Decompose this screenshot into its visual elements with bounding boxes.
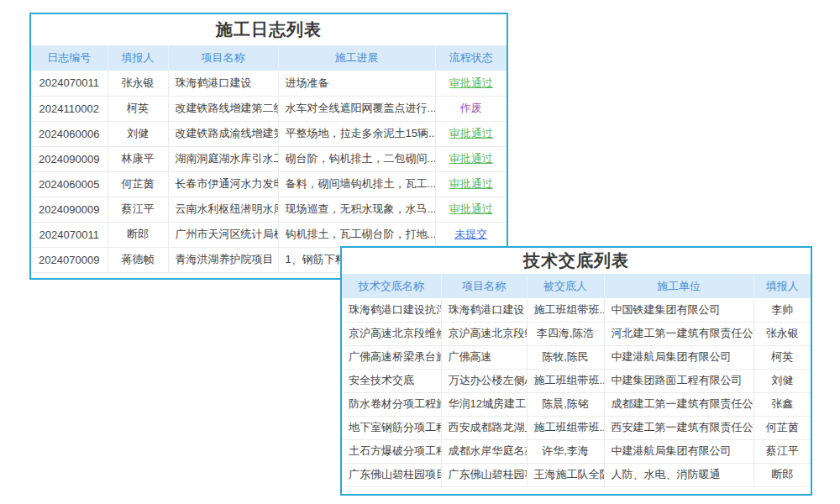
table-row: 2024070011 张永银 珠海鹤港口建设 进场准备 审批通过 [31, 71, 507, 96]
disclosure-unit-text: 河北建工第一建筑有限责任公司 [604, 322, 753, 345]
disclosure-reporter-link[interactable]: 何芷茵 [753, 416, 811, 439]
disclosure-reporter-link[interactable]: 蔡江平 [753, 439, 811, 463]
table-row: 广东佛山碧桂园项目... 广东佛山碧桂园项目 王海施工队全队 人防、水电、消防暖… [342, 463, 811, 486]
log-reporter-link[interactable]: 何芷茵 [108, 171, 168, 197]
disclosure-reporter-link[interactable]: 柯英 [753, 345, 811, 369]
log-id-link[interactable]: 2024090009 [31, 146, 108, 171]
table-row: 2024090009 林康平 湖南洞庭湖水库引水工程... 砌台阶，钩机排土，二… [31, 146, 507, 171]
disclosure-reporter-link[interactable]: 断郎 [753, 463, 811, 486]
table-row: 安全技术交底 万达办公楼左侧A... 施工班组带班... 中建集团路面工程有限公… [342, 369, 811, 392]
log-col-reporter: 填报人 [108, 45, 168, 71]
log-project-link[interactable]: 改建铁路线增建第二线直... [168, 96, 278, 121]
status-badge[interactable]: 未提交 [454, 228, 487, 240]
log-id-link[interactable]: 2024070011 [31, 71, 108, 96]
disclosure-unit-text: 中建港航局集团有限公司 [604, 345, 753, 369]
status-badge[interactable]: 审批通过 [449, 76, 493, 89]
disclosure-col-receiver: 被交底人 [527, 274, 604, 298]
disclosure-project-link[interactable]: 西安成都路龙湖上... [441, 416, 527, 439]
disclosure-name-link[interactable]: 防水卷材分项工程施... [342, 392, 441, 416]
disclosure-name-link[interactable]: 土石方爆破分项工程... [342, 439, 441, 463]
table-row: 广佛高速桥梁承台施... 广佛高速 陈牧,陈民 中建港航局集团有限公司 柯英 [342, 345, 811, 369]
table-row: 珠海鹤港口建设抗浮... 珠海鹤港口建设 施工班组带班... 中国铁建集团有限公… [342, 298, 811, 322]
disclosure-unit-text: 中国铁建集团有限公司 [604, 298, 753, 322]
log-progress-text: 平整场地，拉走多余泥土15辆... [278, 121, 435, 146]
table-row: 京沪高速北京段维修... 京沪高速北京段维修 李四海,陈浩 河北建工第一建筑有限… [342, 322, 811, 345]
disclosure-project-link[interactable]: 成都水岸华庭名苑... [441, 439, 527, 463]
disclosure-unit-text: 西安建工第一建筑有限责任公司 [604, 416, 753, 439]
disclosure-project-link[interactable]: 京沪高速北京段维修 [441, 322, 527, 345]
status-badge[interactable]: 审批通过 [449, 177, 493, 190]
construction-log-title: 施工日志列表 [31, 14, 507, 45]
disclosure-project-link[interactable]: 广佛高速 [441, 345, 527, 369]
table-row: 防水卷材分项工程施... 华润12城房建工... 陈晨,陈铭 成都建工第一建筑有… [342, 392, 811, 416]
log-progress-text: 钩机排土，瓦工砌台阶，打地... [278, 222, 435, 247]
log-col-project: 项目名称 [168, 45, 278, 71]
table-row: 2024060005 何芷茵 长春市伊通河水力发电厂... 备料，砌间墙钩机排土… [31, 171, 507, 197]
log-project-link[interactable]: 改建铁路成渝线增建第二... [168, 121, 278, 146]
disclosure-reporter-link[interactable]: 李帅 [753, 298, 811, 322]
log-progress-text: 备料，砌间墙钩机排土，瓦工... [278, 171, 435, 197]
table-row: 2024110002 柯英 改建铁路线增建第二线直... 水车对全线遮阳网覆盖点… [31, 96, 507, 121]
log-col-progress: 施工进展 [278, 45, 435, 71]
log-project-link[interactable]: 广州市天河区统计局机房... [168, 222, 278, 247]
log-progress-text: 进场准备 [278, 71, 435, 96]
tech-disclosure-table: 技术交底名称 项目名称 被交底人 施工单位 填报人 珠海鹤港口建设抗浮... 珠… [342, 274, 811, 487]
tech-disclosure-panel: 技术交底列表 技术交底名称 项目名称 被交底人 施工单位 填报人 珠海鹤港口建设… [340, 246, 812, 496]
log-project-link[interactable]: 长春市伊通河水力发电厂... [168, 171, 278, 197]
log-project-link[interactable]: 云南水利枢纽潜明水库一... [168, 197, 278, 222]
disclosure-receiver-text: 施工班组带班... [527, 416, 604, 439]
disclosure-reporter-link[interactable]: 张鑫 [753, 392, 811, 416]
log-reporter-link[interactable]: 断郎 [108, 222, 168, 247]
page: 施工日志列表 日志编号 填报人 项目名称 施工进展 流程状态 202407001… [0, 0, 840, 504]
table-row: 2024090009 蔡江平 云南水利枢纽潜明水库一... 现场巡查，无积水现象… [31, 197, 507, 222]
table-row: 地下室钢筋分项工程... 西安成都路龙湖上... 施工班组带班... 西安建工第… [342, 416, 811, 439]
log-reporter-link[interactable]: 蔡江平 [108, 197, 168, 222]
log-progress-text: 砌台阶，钩机排土，二包砌间... [278, 146, 435, 171]
log-reporter-link[interactable]: 蒋德帧 [108, 247, 168, 272]
disclosure-name-link[interactable]: 珠海鹤港口建设抗浮... [342, 298, 441, 322]
disclosure-name-link[interactable]: 广东佛山碧桂园项目... [342, 463, 441, 486]
log-project-link[interactable]: 湖南洞庭湖水库引水工程... [168, 146, 278, 171]
table-row: 2024070011 断郎 广州市天河区统计局机房... 钩机排土，瓦工砌台阶，… [31, 222, 507, 247]
log-id-link[interactable]: 2024090009 [31, 197, 108, 222]
log-progress-text: 现场巡查，无积水现象，水马... [278, 197, 435, 222]
disclosure-name-link[interactable]: 京沪高速北京段维修... [342, 322, 441, 345]
disclosure-name-link[interactable]: 广佛高速桥梁承台施... [342, 345, 441, 369]
log-id-link[interactable]: 2024070009 [31, 247, 108, 272]
disclosure-project-link[interactable]: 万达办公楼左侧A... [441, 369, 527, 392]
construction-log-panel: 施工日志列表 日志编号 填报人 项目名称 施工进展 流程状态 202407001… [29, 13, 508, 280]
log-project-link[interactable]: 珠海鹤港口建设 [168, 71, 278, 96]
log-reporter-link[interactable]: 林康平 [108, 146, 168, 171]
status-badge[interactable]: 作废 [460, 102, 482, 114]
status-badge[interactable]: 审批通过 [449, 127, 493, 139]
log-id-link[interactable]: 2024070011 [31, 222, 108, 247]
disclosure-unit-text: 中建港航局集团有限公司 [604, 439, 753, 463]
disclosure-unit-text: 中建集团路面工程有限公司 [604, 369, 753, 392]
status-badge[interactable]: 审批通过 [449, 202, 493, 215]
log-id-link[interactable]: 2024060006 [31, 121, 108, 146]
log-id-link[interactable]: 2024060005 [31, 171, 108, 197]
status-badge[interactable]: 审批通过 [449, 152, 493, 165]
disclosure-project-link[interactable]: 广东佛山碧桂园项目 [441, 463, 527, 486]
log-reporter-link[interactable]: 张永银 [108, 71, 168, 96]
log-reporter-link[interactable]: 柯英 [108, 96, 168, 121]
disclosure-header-row: 技术交底名称 项目名称 被交底人 施工单位 填报人 [342, 274, 811, 298]
disclosure-name-link[interactable]: 地下室钢筋分项工程... [342, 416, 441, 439]
log-project-link[interactable]: 青海洪湖养护院项目 [168, 247, 278, 272]
tech-disclosure-title: 技术交底列表 [342, 248, 811, 274]
disclosure-reporter-link[interactable]: 刘健 [753, 369, 811, 392]
log-header-row: 日志编号 填报人 项目名称 施工进展 流程状态 [31, 45, 507, 71]
disclosure-reporter-link[interactable]: 张永银 [753, 322, 811, 345]
log-col-status: 流程状态 [435, 45, 507, 71]
disclosure-receiver-text: 李四海,陈浩 [527, 322, 604, 345]
table-row: 2024060006 刘健 改建铁路成渝线增建第二... 平整场地，拉走多余泥土… [31, 121, 507, 146]
disclosure-receiver-text: 许华,李海 [527, 439, 604, 463]
disclosure-unit-text: 人防、水电、消防暖通 [604, 463, 753, 486]
disclosure-col-unit: 施工单位 [604, 274, 753, 298]
disclosure-col-reporter: 填报人 [753, 274, 811, 298]
disclosure-project-link[interactable]: 珠海鹤港口建设 [441, 298, 527, 322]
log-reporter-link[interactable]: 刘健 [108, 121, 168, 146]
disclosure-project-link[interactable]: 华润12城房建工... [441, 392, 527, 416]
log-id-link[interactable]: 2024110002 [31, 96, 108, 121]
disclosure-name-link[interactable]: 安全技术交底 [342, 369, 441, 392]
